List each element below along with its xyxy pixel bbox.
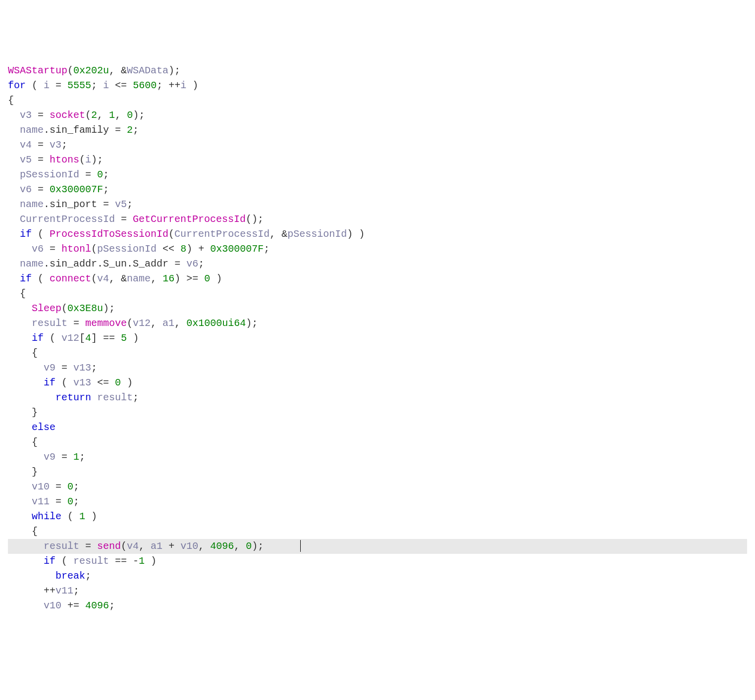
code-line[interactable]: pSessionId = 0; bbox=[8, 167, 747, 182]
token-op: ; bbox=[133, 392, 139, 403]
indent bbox=[8, 109, 20, 121]
code-line[interactable]: name.sin_addr.S_un.S_addr = v6; bbox=[8, 257, 747, 271]
code-line[interactable]: v6 = htonl(pSessionId << 8) + 0x300007F; bbox=[8, 242, 747, 257]
indent bbox=[8, 169, 20, 180]
code-line[interactable]: v6 = 0x300007F; bbox=[8, 182, 747, 197]
code-line[interactable]: if ( connect(v4, &name, 16) >= 0 ) bbox=[8, 271, 747, 286]
token-op: , & bbox=[109, 65, 127, 76]
code-line[interactable]: else bbox=[8, 420, 747, 435]
token-op: ; bbox=[103, 184, 109, 195]
code-line[interactable]: if ( v13 <= 0 ) bbox=[8, 376, 747, 390]
code-line[interactable]: v9 = v13; bbox=[8, 361, 747, 376]
token-op: ; bbox=[109, 600, 115, 611]
code-line[interactable]: WSAStartup(0x202u, &WSAData); bbox=[8, 63, 747, 78]
token-mem: sin_addr bbox=[50, 258, 97, 269]
token-op: , bbox=[139, 540, 151, 552]
code-line[interactable]: if ( result == -1 ) bbox=[8, 554, 747, 569]
code-line[interactable]: while ( 1 ) bbox=[8, 509, 747, 524]
token-var: v4 bbox=[20, 139, 32, 151]
token-op: ( bbox=[67, 65, 73, 76]
token-op: ( bbox=[61, 511, 79, 522]
code-line[interactable]: { bbox=[8, 524, 747, 539]
token-op: ( bbox=[79, 154, 85, 165]
token-num: 16 bbox=[162, 273, 174, 284]
token-op: ); bbox=[168, 65, 180, 76]
token-op: ( bbox=[91, 273, 97, 284]
token-var: v4 bbox=[127, 540, 139, 552]
token-num: 0 bbox=[67, 481, 73, 492]
token-kw: if bbox=[44, 555, 55, 567]
indent bbox=[8, 496, 32, 507]
indent bbox=[8, 540, 44, 552]
code-line[interactable]: if ( ProcessIdToSessionId(CurrentProcess… bbox=[8, 227, 747, 242]
code-line[interactable]: { bbox=[8, 435, 747, 450]
token-op: ; bbox=[61, 139, 67, 151]
token-var: i bbox=[180, 80, 186, 91]
token-op: = bbox=[168, 258, 186, 269]
code-line[interactable]: Sleep(0x3E8u); bbox=[8, 301, 747, 316]
token-op: = bbox=[50, 80, 67, 91]
token-num: 5555 bbox=[67, 80, 91, 91]
token-op: ); bbox=[246, 318, 258, 329]
token-op: += bbox=[61, 600, 85, 611]
token-op: ); bbox=[103, 303, 115, 314]
token-fn: send bbox=[97, 540, 121, 552]
token-op: ; bbox=[103, 169, 109, 180]
token-num: 5600 bbox=[133, 80, 157, 91]
decompiler-code-view[interactable]: WSAStartup(0x202u, &WSAData);for ( i = 5… bbox=[8, 63, 747, 613]
code-line[interactable]: if ( v12[4] == 5 ) bbox=[8, 331, 747, 346]
token-var: pSessionId bbox=[97, 243, 157, 255]
token-op: { bbox=[32, 526, 38, 537]
token-num: 0 bbox=[204, 273, 210, 284]
token-var: CurrentProcessId bbox=[20, 214, 115, 225]
code-line[interactable]: v5 = htons(i); bbox=[8, 153, 747, 167]
code-line[interactable]: { bbox=[8, 286, 747, 301]
token-num: 4 bbox=[85, 332, 91, 344]
token-fn: WSAStartup bbox=[8, 65, 67, 76]
code-line[interactable]: { bbox=[8, 93, 747, 108]
code-line[interactable]: v10 += 4096; bbox=[8, 598, 747, 613]
code-line[interactable]: v10 = 0; bbox=[8, 480, 747, 494]
code-line[interactable]: v4 = v3; bbox=[8, 138, 747, 153]
code-line[interactable]: } bbox=[8, 405, 747, 420]
indent bbox=[8, 511, 32, 522]
code-line[interactable]: } bbox=[8, 465, 747, 480]
code-line[interactable]: name.sin_family = 2; bbox=[8, 123, 747, 138]
indent bbox=[8, 422, 32, 433]
token-op: ( bbox=[44, 332, 61, 344]
token-op: , bbox=[198, 540, 210, 552]
token-kw: if bbox=[32, 332, 44, 344]
code-line[interactable]: v3 = socket(2, 1, 0); bbox=[8, 108, 747, 123]
token-kw: if bbox=[20, 228, 32, 240]
code-line[interactable]: { bbox=[8, 346, 747, 361]
token-var: i bbox=[85, 154, 91, 165]
code-line[interactable]: result = send(v4, a1 + v10, 4096, 0); bbox=[8, 539, 747, 554]
token-num: 0 bbox=[127, 109, 133, 121]
token-op: << bbox=[157, 243, 180, 255]
token-fn: GetCurrentProcessId bbox=[133, 214, 246, 225]
token-op: = bbox=[109, 124, 127, 136]
code-line[interactable]: return result; bbox=[8, 390, 747, 405]
indent bbox=[8, 139, 20, 151]
token-num: 0x3E8u bbox=[67, 303, 103, 314]
indent bbox=[8, 184, 20, 195]
token-num: 0 bbox=[246, 540, 252, 552]
token-fn: socket bbox=[50, 109, 85, 121]
token-op: ; bbox=[91, 362, 97, 374]
code-line[interactable]: ++v11; bbox=[8, 584, 747, 598]
code-line[interactable]: name.sin_port = v5; bbox=[8, 197, 747, 212]
indent bbox=[8, 273, 20, 284]
token-var: name bbox=[20, 124, 44, 136]
code-line[interactable]: v11 = 0; bbox=[8, 494, 747, 509]
token-op: = bbox=[55, 451, 73, 463]
code-line[interactable]: v9 = 1; bbox=[8, 450, 747, 465]
token-var: v13 bbox=[73, 377, 91, 388]
code-line[interactable]: CurrentProcessId = GetCurrentProcessId()… bbox=[8, 212, 747, 227]
code-line[interactable]: result = memmove(v12, a1, 0x1000ui64); bbox=[8, 316, 747, 331]
token-kw: while bbox=[32, 511, 61, 522]
token-op: ; bbox=[91, 80, 103, 91]
token-num: 1 bbox=[109, 109, 115, 121]
code-line[interactable]: for ( i = 5555; i <= 5600; ++i ) bbox=[8, 78, 747, 93]
token-op: ); bbox=[133, 109, 145, 121]
code-line[interactable]: break; bbox=[8, 569, 747, 584]
